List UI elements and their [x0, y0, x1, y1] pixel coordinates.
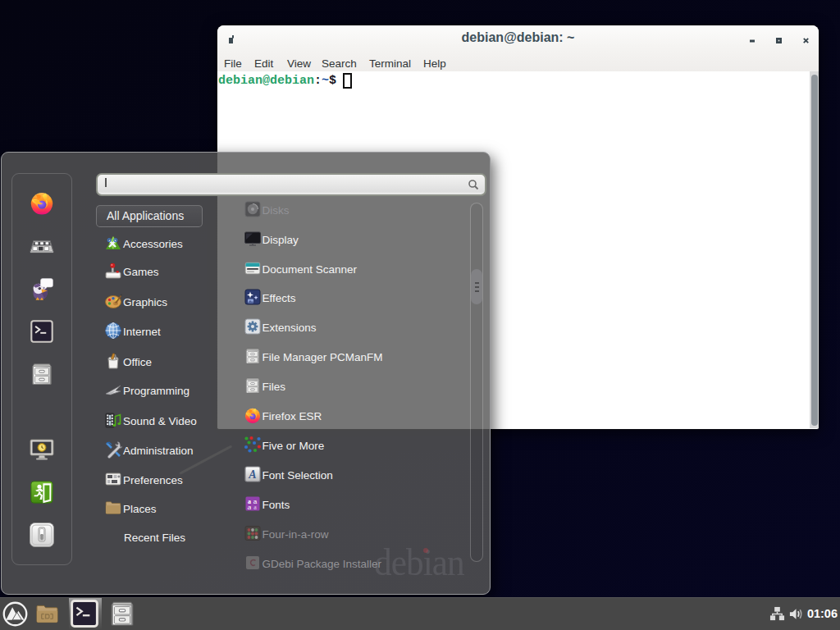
svg-text:A: A — [248, 468, 256, 481]
svg-text:a: a — [253, 504, 257, 511]
svg-text:a: a — [248, 504, 252, 511]
